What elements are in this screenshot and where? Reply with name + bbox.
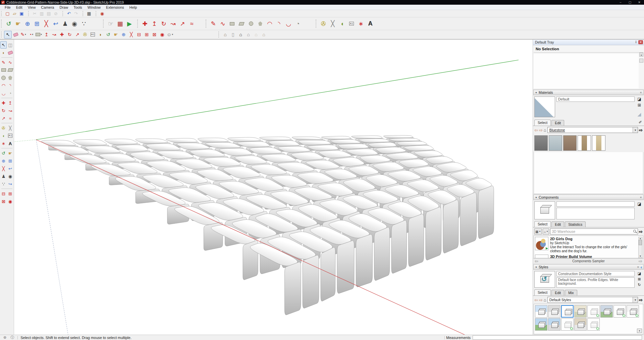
offset-tool[interactable]: ≈: [7, 115, 13, 122]
drawing-canvas[interactable]: [14, 40, 533, 335]
orbit-icon[interactable]: ↺: [4, 19, 13, 29]
save-icon[interactable]: ▣: [18, 10, 25, 17]
toolbar-drag-handle[interactable]: [218, 31, 220, 38]
protractor-tool[interactable]: ◖: [0, 132, 7, 139]
component-thumbnail-wire-box[interactable]: [535, 255, 548, 258]
back-arrow-icon[interactable]: ⇦: [534, 128, 538, 133]
zoom-previous-icon[interactable]: ↩: [51, 19, 60, 29]
styles-tab-mix[interactable]: Mix: [565, 290, 577, 295]
view-left-icon[interactable]: ⌂: [260, 31, 268, 39]
paint-bucket-tool[interactable]: ◗: [0, 49, 7, 56]
scroll-up-icon[interactable]: ▲: [639, 237, 642, 240]
toolbar-drag-handle[interactable]: [28, 11, 30, 16]
style-thumbnail[interactable]: [535, 305, 547, 318]
toolbar-drag-handle[interactable]: [206, 19, 207, 28]
follow-me-icon[interactable]: ↝: [168, 19, 178, 29]
components-tab-edit[interactable]: Edit: [551, 221, 564, 227]
polygon-icon[interactable]: [256, 19, 265, 29]
select-tool[interactable]: ↖: [0, 41, 7, 49]
3d-text-tool[interactable]: A: [7, 140, 13, 147]
menu-camera[interactable]: Camera: [38, 5, 57, 9]
arc-tool[interactable]: ◔▾: [27, 31, 35, 39]
menu-edit[interactable]: Edit: [13, 5, 25, 9]
view-right-icon[interactable]: ⌂: [245, 31, 252, 39]
pan-icon[interactable]: ☛: [13, 19, 23, 29]
scroll-down-icon[interactable]: ▼: [639, 255, 642, 257]
menu-help[interactable]: Help: [127, 5, 140, 9]
toolbar-drag-handle[interactable]: [1, 31, 3, 38]
polygon-tool[interactable]: [7, 74, 13, 81]
section-plane-tool[interactable]: ⊟: [0, 190, 7, 197]
arc-icon[interactable]: ◠: [265, 19, 274, 29]
material-swatch-brown[interactable]: [563, 135, 577, 151]
model-info-icon[interactable]: ◉: [99, 10, 106, 17]
erase-icon[interactable]: ⊘: [52, 10, 59, 17]
look-around-icon[interactable]: ◉: [70, 19, 79, 29]
rotated-rectangle-icon[interactable]: [237, 19, 246, 29]
component-search-input[interactable]: [550, 228, 638, 234]
arc-tool[interactable]: ◠: [0, 82, 7, 89]
maximize-button[interactable]: ▢: [625, 1, 635, 4]
material-name-field[interactable]: [556, 96, 635, 102]
move-icon[interactable]: ✚: [140, 19, 150, 29]
protractor-icon[interactable]: ◖: [337, 19, 347, 29]
rotate-tool[interactable]: ↻: [66, 31, 73, 39]
secondary-pane-icon[interactable]: ◪: [638, 271, 641, 276]
toolbar-drag-handle[interactable]: [62, 11, 64, 16]
pan-tool[interactable]: ☛: [112, 31, 120, 39]
line-tool[interactable]: ✎: [0, 59, 7, 66]
style-thumbnail[interactable]: [627, 305, 639, 318]
styles-tab-select[interactable]: Select: [534, 289, 551, 295]
sample-paint-icon[interactable]: ✐: [639, 120, 642, 125]
zoom-icon[interactable]: ⊕: [23, 19, 32, 29]
component-result-item[interactable]: 3D Printer Build Volumeby SketchUp G: [535, 255, 638, 258]
two-point-arc-icon[interactable]: ◝: [274, 19, 284, 29]
section-cuts-icon[interactable]: ⊞: [143, 31, 151, 39]
credits-icon[interactable]: ⓘ: [10, 335, 14, 340]
zoom-tool[interactable]: ⊕: [0, 157, 7, 164]
view-options-button[interactable]: ▦▼: [534, 228, 542, 234]
scale-tool[interactable]: ↗: [0, 115, 7, 122]
toolbar-drag-handle[interactable]: [137, 19, 139, 28]
line-tool[interactable]: ✎▾: [19, 31, 27, 39]
rotated-rectangle-tool[interactable]: [7, 66, 13, 74]
material-swatch-light-striped[interactable]: [549, 135, 562, 151]
toolbar-drag-handle[interactable]: [1, 11, 3, 16]
material-swatch-tan-narrow[interactable]: [578, 135, 591, 151]
materials-header[interactable]: ▼ Materials ✕: [533, 90, 644, 95]
rotate-tool[interactable]: ↻: [0, 107, 7, 114]
redo-icon[interactable]: ↷: [72, 10, 79, 17]
move-tool[interactable]: ✚: [0, 99, 7, 107]
freehand-tool[interactable]: ∿: [7, 59, 13, 66]
walk-tool[interactable]: ∵: [0, 180, 7, 188]
position-camera-tool[interactable]: ♟: [0, 173, 7, 180]
new-file-icon[interactable]: ▢: [4, 10, 11, 17]
3d-text-icon[interactable]: A: [366, 19, 375, 29]
freehand-icon[interactable]: ∿: [218, 19, 227, 29]
section-fill-tool[interactable]: ◉: [7, 198, 13, 205]
text-tool[interactable]: A1: [89, 31, 97, 39]
in-model-icon[interactable]: ⌂: [544, 297, 546, 302]
style-thumbnail[interactable]: [587, 305, 600, 318]
text-tool[interactable]: A1: [7, 132, 13, 139]
scale-tool[interactable]: ↗: [73, 31, 81, 39]
menu-draw[interactable]: Draw: [57, 5, 71, 9]
account-icon[interactable]: ☺▾: [166, 31, 174, 39]
style-thumbnail[interactable]: [587, 318, 600, 331]
style-grid-more-icon[interactable]: ▼: [637, 329, 642, 333]
make-component-tool[interactable]: ◫: [7, 41, 13, 49]
toolbar-drag-handle[interactable]: [316, 19, 317, 28]
search-icon[interactable]: [633, 229, 637, 233]
view-top-icon[interactable]: ▯: [229, 31, 237, 39]
follow-me-tool[interactable]: ↝: [50, 31, 58, 39]
scroll-thumb[interactable]: [639, 240, 642, 245]
tray-pin-icon[interactable]: ↧: [634, 41, 638, 44]
section-fill-icon[interactable]: ⊠: [151, 31, 158, 39]
material-collection-dropdown[interactable]: Bluestone ▼: [547, 127, 638, 133]
style-name-field[interactable]: [556, 271, 635, 276]
material-swatch-dark-gray[interactable]: [534, 135, 548, 151]
zoom-window-tool[interactable]: ⊞: [7, 157, 13, 164]
open-file-icon[interactable]: ▱: [11, 10, 18, 17]
style-collection-dropdown[interactable]: Default Styles ▼: [547, 297, 638, 303]
style-thumbnail[interactable]: [535, 318, 547, 331]
